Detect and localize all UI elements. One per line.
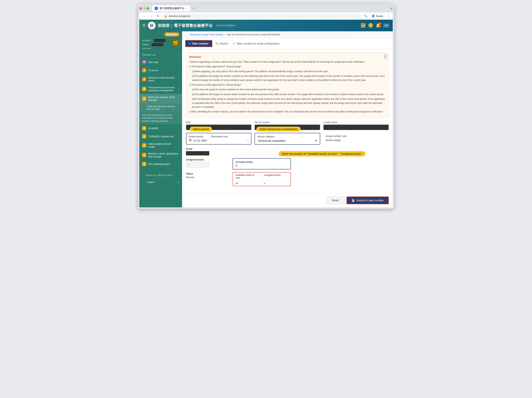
search-button[interactable]: 🔍 Search bbox=[213, 41, 230, 46]
email-value bbox=[186, 151, 209, 156]
language-toggle-button[interactable]: EN bbox=[383, 23, 390, 28]
header-coin-icon: 🪙 bbox=[368, 23, 373, 28]
address-security-icon: 🔒 bbox=[164, 15, 167, 18]
increase-books-label: Increase books bbox=[236, 161, 288, 163]
to-do-icon: ⭐ bbox=[142, 68, 146, 72]
assigned-books-input[interactable] bbox=[186, 162, 209, 168]
reset-button[interactable]: Reset bbox=[326, 196, 345, 204]
guest-button[interactable]: 👤 Guest bbox=[369, 14, 385, 19]
sidebar-item-einvoice-track[interactable]: ⭐ Electronic Invoice Track Number bbox=[139, 94, 182, 104]
logout-icon: 👤 bbox=[142, 181, 145, 183]
header-menu-button[interactable]: ☰ bbox=[142, 23, 146, 28]
sidebar-item-turnkey[interactable]: ⭐ TURNKEY transfer job › bbox=[139, 132, 182, 140]
assigned-books-label: Assigned books bbox=[186, 158, 233, 161]
email-config-button[interactable]: ✏ Take number for email configuration bbox=[231, 41, 282, 46]
breadcrumb-link[interactable]: Electronic Invoice Track Number bbox=[190, 33, 223, 36]
header-wifi-icon: 📶 bbox=[361, 23, 366, 28]
invoice-category-group: Invoice category General tax computation bbox=[254, 133, 320, 145]
tab-close-btn[interactable]: × bbox=[186, 7, 188, 10]
main-content: ::: Electronic Invoice Track Number / Ta… bbox=[182, 31, 393, 207]
active-tab[interactable]: A 電子發票整合服務平台 × bbox=[152, 6, 190, 11]
reminder-p7: (2)The platform will assign the invoice … bbox=[189, 92, 386, 96]
breadcrumb: ::: Electronic Invoice Track Number / Ta… bbox=[182, 31, 393, 38]
function-list-header: Function List − bbox=[139, 52, 182, 58]
window-minimize-dot[interactable] bbox=[143, 7, 146, 10]
invoice-period-group: Invoice period Discontinue use 📅 11-12, … bbox=[186, 133, 251, 144]
toolbar: + Take number 🔍 Search ✏ Take number for… bbox=[182, 38, 393, 49]
eaiweb-icon: ⭐ bbox=[142, 126, 146, 130]
window-close-dot[interactable] bbox=[139, 7, 142, 10]
select-period-callout: Select period bbox=[190, 127, 212, 131]
take-number-plus-icon: + bbox=[189, 42, 191, 45]
reminder-p1: 1.Before requesting a number, please fir… bbox=[189, 60, 386, 64]
submit-button[interactable]: 💾 Submit to take number bbox=[346, 196, 389, 204]
increase-books-input[interactable] bbox=[236, 164, 288, 167]
sidebar-item-business-entity[interactable]: ⭐ Business entity function menu › bbox=[139, 74, 182, 84]
sidebar-item-api-reg[interactable]: ⭐ API-ApiRegistration › bbox=[139, 160, 182, 168]
personnel-arrow: › bbox=[178, 88, 179, 90]
nav-back-button[interactable]: ← bbox=[142, 14, 147, 18]
breadcrumb-separator: / bbox=[225, 33, 225, 36]
period-labels: Invoice period Discontinue use bbox=[189, 135, 249, 138]
user-avatar: 🐱 bbox=[171, 39, 179, 47]
browser-search-icon[interactable]: 🔍 bbox=[364, 14, 368, 18]
edit-tel-icon[interactable]: ✏ bbox=[172, 174, 174, 176]
personnel-icon: ⭐ bbox=[142, 87, 146, 91]
logout-label: Logout bbox=[147, 181, 154, 183]
status-left: Status Normal bbox=[186, 172, 233, 179]
value-added-arrow: › bbox=[178, 144, 179, 146]
period-clear-button[interactable]: × bbox=[247, 139, 249, 142]
entity-name-label: s entity name bbox=[323, 121, 389, 124]
notification-bell[interactable]: 🔔 0 bbox=[376, 23, 381, 28]
sidebar-sub-take-number[interactable]: • Take the electronic invoice track numb… bbox=[139, 104, 182, 112]
category-select[interactable]: General tax computation bbox=[257, 139, 317, 142]
new-tab-button[interactable]: + bbox=[191, 6, 196, 11]
account-value bbox=[154, 39, 165, 42]
reminder-title: Reminder: bbox=[189, 55, 386, 58]
sidebar-item-site-map[interactable]: 🗺 Site map bbox=[139, 58, 182, 66]
service-tel-label: Service Tel bbox=[146, 174, 156, 176]
browser-menu-icon[interactable]: ⋮ bbox=[387, 14, 390, 18]
sidebar-item-eaiweb[interactable]: ⭐ EAIWEB › bbox=[139, 124, 182, 132]
api-reg-arrow: › bbox=[178, 163, 179, 165]
status-row: Status Normal Available books of uses As… bbox=[186, 172, 389, 186]
window-maximize-dot[interactable] bbox=[147, 7, 149, 10]
take-number-button[interactable]: + Take number bbox=[185, 40, 212, 47]
sidebar-item-member-carrier[interactable]: ⭐ Member carrier application and change bbox=[139, 150, 182, 160]
nav-forward-button[interactable]: → bbox=[149, 14, 154, 18]
email-config-label: Take number for email configuration bbox=[236, 42, 280, 45]
guest-label: Guest bbox=[376, 15, 383, 18]
take-number-label: Take number bbox=[192, 42, 209, 45]
period-input-row: 📅 11-12, 2024 × bbox=[189, 139, 249, 142]
available-books-header: Available books of uses Assigned books bbox=[233, 173, 291, 181]
entity-name-group: s entity name bbox=[323, 121, 389, 130]
sidebar-item-personnel[interactable]: ⭐ Personnel account and authority manage… bbox=[139, 84, 182, 94]
name-value bbox=[152, 43, 163, 46]
address-bar[interactable]: 🔒 einvoice.nat.gov.tw bbox=[162, 14, 362, 18]
app-header: ☰ 財 財政部 | 電子發票整合服務平台 E-Invoice Platform … bbox=[139, 20, 393, 31]
service-tel: 📞 Service Tel 0800-521-988 ✏ bbox=[139, 172, 182, 178]
email-config-icon: ✏ bbox=[233, 42, 235, 45]
email-label: Email * bbox=[186, 147, 389, 150]
reminder-p4: (2)The platform will assign the invoice … bbox=[189, 74, 386, 82]
email-required: * bbox=[193, 147, 194, 150]
ban-label: BAN bbox=[186, 121, 251, 124]
reminder-p3: (1)When applying, you only need to fill … bbox=[189, 69, 386, 73]
discontinue-label: Discontinue use bbox=[211, 135, 228, 138]
guest-avatar-icon: 👤 bbox=[372, 15, 375, 18]
last-login-label: Last login bbox=[142, 47, 170, 49]
tabs-dropdown-icon[interactable]: ∨ bbox=[390, 6, 393, 11]
available-books-group: Available books of uses Assigned books 1… bbox=[233, 172, 291, 186]
reminder-close-button[interactable]: × bbox=[384, 54, 387, 59]
logout-button[interactable]: 👤 Logout ↗ bbox=[139, 178, 182, 185]
sidebar-item-to-do[interactable]: ⭐ To-do list bbox=[139, 66, 182, 74]
nav-refresh-button[interactable]: ↻ bbox=[156, 14, 160, 18]
name-label: Name： bbox=[142, 43, 151, 46]
service-tel-number: 0800-521-988 bbox=[158, 174, 171, 176]
invoice-period-label: Invoice period bbox=[189, 135, 203, 138]
sidebar: Business Account： Name： Last login bbox=[139, 31, 182, 207]
available-books-col2-label: Assigned books bbox=[262, 173, 291, 181]
category-label: Invoice category bbox=[257, 135, 317, 138]
search-icon: 🔍 bbox=[215, 42, 218, 45]
sidebar-item-value-added[interactable]: ⭐ Value-added service center › bbox=[139, 140, 182, 150]
